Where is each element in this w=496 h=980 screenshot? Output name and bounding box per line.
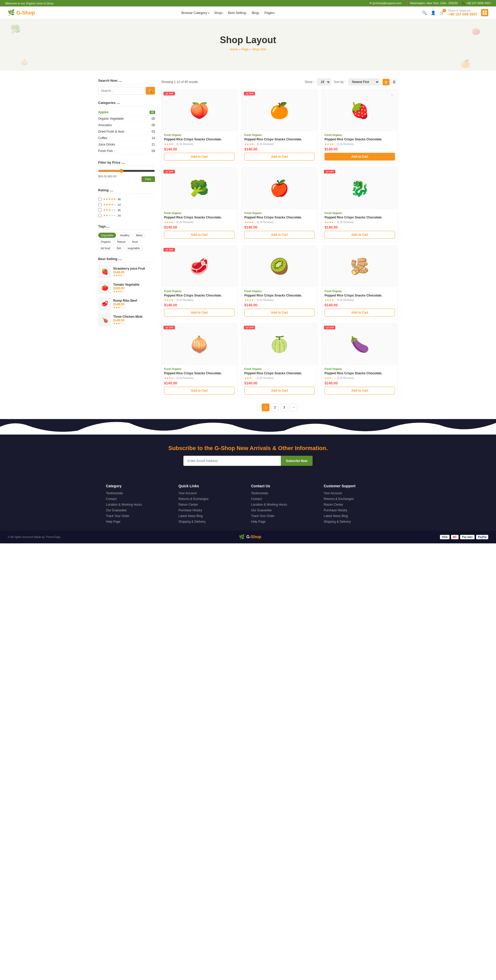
page-button-1[interactable]: 1	[262, 404, 269, 411]
footer-link[interactable]: Returns & Exchanges	[324, 497, 353, 501]
footer-link[interactable]: Purchase Hiostry	[324, 509, 347, 512]
add-to-cart-button[interactable]: Add to Cart	[164, 309, 235, 317]
category-item[interactable]: Juice Drinks21	[98, 142, 155, 148]
product-price: $140.00	[244, 303, 315, 307]
tag-item[interactable]: Healthy	[117, 233, 132, 238]
search-box: 🔍	[98, 87, 155, 95]
product-name: Popped Rice Crisps Snacks Chocolate.	[164, 293, 235, 298]
footer-link[interactable]: Our Guarantee	[106, 509, 127, 512]
category-item[interactable]: Organic Vegetable06	[98, 116, 155, 122]
product-name: Popped Rice Crisps Snacks Chocolate.	[244, 293, 315, 298]
product-name: Popped Rice Crisps Snacks Chocolate.	[244, 371, 315, 375]
page-button-3[interactable]: 3	[280, 404, 288, 411]
add-to-cart-button[interactable]: Add to Cart	[325, 309, 395, 317]
bestselling-name: Three Chicken Meat	[113, 315, 143, 318]
tag-item[interactable]: bd food	[98, 246, 113, 251]
email-input[interactable]	[184, 456, 281, 466]
tag-item[interactable]: fish	[114, 246, 124, 251]
show-select[interactable]: 182436	[317, 79, 331, 85]
product-image: -12 OFF 🐉	[322, 168, 398, 209]
bestselling-img: 🍗	[98, 313, 111, 326]
footer-link[interactable]: Return Center	[179, 503, 198, 506]
cart-icon[interactable]: 🛒0	[439, 10, 445, 15]
footer-link[interactable]: Latest News Blog	[179, 514, 203, 518]
nav-blog[interactable]: Blog+	[252, 11, 260, 15]
sidebar-categories-section: Categories .... Apples08 Organic Vegetab…	[98, 101, 155, 154]
product-stars: ★★★★☆ (5.2k Reviews)	[164, 143, 235, 146]
add-to-cart-button[interactable]: Add to Cart	[325, 387, 395, 395]
wishlist-button[interactable]: ♡	[389, 92, 396, 99]
logo[interactable]: 🌿 G-Shop	[8, 9, 35, 16]
footer-link[interactable]: Track Your Order	[251, 514, 275, 518]
filter-button[interactable]: Filter	[141, 176, 155, 182]
add-to-cart-button[interactable]: Add to Cart	[244, 387, 315, 395]
nav-bestselling[interactable]: Best Selling+	[228, 11, 247, 15]
tag-item[interactable]: food	[130, 239, 140, 244]
rating-checkbox[interactable]	[98, 197, 101, 201]
rating-checkbox[interactable]	[98, 214, 101, 217]
tag-item[interactable]: Nature	[115, 239, 128, 244]
grid-menu-icon[interactable]	[481, 9, 488, 16]
product-label: Fresh Organic	[325, 212, 395, 215]
product-stars: ★★★★☆ (5.2k Reviews)	[164, 377, 235, 380]
search-button[interactable]: 🔍	[146, 87, 155, 95]
footer-link[interactable]: Your Account	[324, 492, 342, 495]
add-to-cart-button[interactable]: Add to Cart	[244, 309, 315, 317]
footer-link[interactable]: Latest News Blog	[324, 514, 348, 518]
category-item[interactable]: Dried Fruits & Nuts03	[98, 129, 155, 135]
add-to-cart-button[interactable]: Add to Cart	[164, 231, 235, 239]
rating-checkbox[interactable]	[98, 203, 101, 206]
add-to-cart-button[interactable]: Add to Cart	[325, 231, 395, 239]
footer-link[interactable]: Testimonials	[106, 492, 123, 495]
sort-select[interactable]: Newest FirstPrice Low-HighPrice High-Low	[349, 79, 379, 85]
add-to-cart-button[interactable]: Add to Cart	[164, 153, 235, 161]
footer-link[interactable]: Purchase Hiostry	[179, 509, 202, 512]
product-name: Popped Rice Crisps Snacks Chocolate.	[325, 293, 395, 298]
footer-link[interactable]: Your Account	[179, 492, 196, 495]
product-label: Fresh Organic	[325, 290, 395, 293]
category-item[interactable]: Apples08	[98, 109, 155, 116]
search-icon[interactable]: 🔍	[422, 10, 427, 15]
footer-link[interactable]: Return Center	[324, 503, 343, 506]
add-to-cart-button[interactable]: Add to Cart	[244, 153, 315, 161]
page-button-next[interactable]: →	[290, 404, 297, 411]
footer-link[interactable]: Help Page	[251, 520, 266, 523]
user-icon[interactable]: 👤	[431, 10, 436, 15]
subscribe-button[interactable]: Subscrbe Now	[281, 456, 312, 466]
product-stars: ★★★★☆ (5.2k Reviews)	[325, 143, 395, 146]
product-info: Fresh Organic Popped Rice Crisps Snacks …	[322, 209, 398, 241]
footer-link[interactable]: Our Guarantee	[251, 509, 272, 512]
add-to-cart-button[interactable]: Add to Cart	[244, 231, 315, 239]
category-item[interactable]: Avocados06	[98, 122, 155, 129]
footer-link[interactable]: Contact	[106, 497, 117, 501]
footer-link[interactable]: Location & Working Hours	[106, 503, 142, 506]
tag-item[interactable]: Meat	[133, 233, 145, 238]
tag-item[interactable]: Vegetable	[98, 233, 116, 238]
footer-link[interactable]: Contact	[251, 497, 262, 501]
footer-link[interactable]: Track Your Order	[106, 514, 130, 518]
add-to-cart-button[interactable]: Add to Cart	[164, 387, 235, 395]
product-price: $140.00	[325, 225, 395, 229]
footer-link[interactable]: Shipping & Delivery	[179, 520, 206, 523]
category-item[interactable]: Fresh Fish09	[98, 148, 155, 154]
category-item[interactable]: Coffee14	[98, 135, 155, 142]
nav-browse[interactable]: Browse Category ▾	[181, 11, 209, 15]
rating-checkbox[interactable]	[98, 208, 101, 212]
grid-view-button[interactable]: ⊞	[383, 79, 390, 85]
search-input[interactable]	[98, 87, 145, 95]
footer-link[interactable]: Testimonials	[251, 492, 268, 495]
page-button-2[interactable]: 2	[271, 404, 279, 411]
footer-link[interactable]: Shipping & Delivery	[324, 520, 351, 523]
footer-link[interactable]: Location & Working Hours	[251, 503, 287, 506]
price-range-slider[interactable]	[98, 169, 155, 173]
footer-link[interactable]: Help Page	[106, 520, 120, 523]
tag-item[interactable]: vegetable	[125, 246, 143, 251]
nav-shop[interactable]: Shop+	[214, 11, 223, 15]
list-view-button[interactable]: ☰	[391, 79, 398, 85]
tag-item[interactable]: Organic	[98, 239, 113, 244]
off-badge: -12 OFF	[163, 92, 175, 95]
product-price: $140.00	[164, 147, 235, 151]
add-to-cart-button[interactable]: Add to Cart	[325, 153, 395, 161]
nav-pages[interactable]: Pages+	[264, 11, 275, 15]
footer-link[interactable]: Returns & Exchanges	[179, 497, 209, 501]
